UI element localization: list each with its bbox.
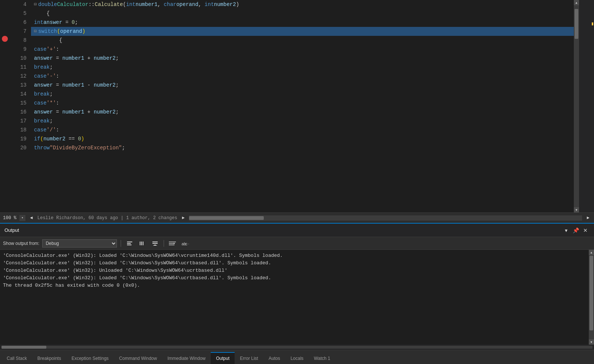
line-number-11: 11: [10, 63, 27, 72]
horizontal-scroll-thumb[interactable]: [189, 216, 264, 220]
svg-text:c→: c→: [185, 242, 189, 246]
minimap-highlight: [592, 22, 593, 25]
editor-area: 4567891011121314151617181920 ⊟double Cal…: [0, 0, 594, 223]
output-horizontal-scrollbar[interactable]: [0, 345, 594, 350]
bottom-tab-autos[interactable]: Autos: [263, 352, 285, 364]
line-number-6: 6: [10, 18, 27, 27]
output-scroll-up-btn[interactable]: ▲: [589, 250, 594, 255]
line-number-18: 18: [10, 125, 27, 134]
code-line-19: if (number2 == 0): [31, 134, 574, 143]
code-line-14: break;: [31, 90, 574, 99]
toolbar-separator-2: [164, 240, 164, 247]
output-h-scroll-thumb[interactable]: [1, 346, 46, 349]
bottom-tab-immediate-window[interactable]: Immediate Window: [162, 352, 211, 364]
editor-status-bar: 100 % ▾ ◄ Leslie Richardson, 60 days ago…: [0, 212, 594, 223]
code-line-15: case '*':: [31, 99, 574, 108]
code-line-11: break;: [31, 63, 574, 72]
move-btn[interactable]: [150, 239, 160, 248]
scroll-up-btn[interactable]: ▲: [574, 0, 579, 5]
output-vertical-scrollbar[interactable]: ▲ ▼: [589, 250, 594, 345]
output-h-scroll-track[interactable]: [1, 346, 593, 349]
vertical-scrollbar[interactable]: ▲ ▼: [574, 0, 579, 212]
output-panel: Output ▾ 📌 ✕ Show output from: Debug: [0, 223, 594, 350]
code-line-7: ⊟ switch (operand): [31, 27, 574, 36]
output-line-0: 'ConsoleCalculator.exe' (Win32): Loaded …: [3, 252, 586, 259]
line-number-13: 13: [10, 81, 27, 90]
bottom-tab-call-stack[interactable]: Call Stack: [1, 352, 32, 364]
svg-rect-2: [127, 245, 132, 245]
output-line-1: 'ConsoleCalculator.exe' (Win32): Loaded …: [3, 259, 586, 267]
output-scroll-thumb[interactable]: [590, 256, 593, 330]
line-numbers: 4567891011121314151617181920: [10, 0, 31, 212]
code-line-13: answer = number1 - number2;: [31, 81, 574, 90]
scroll-thumb[interactable]: [575, 9, 578, 39]
output-content: 'ConsoleCalculator.exe' (Win32): Loaded …: [0, 250, 589, 345]
code-line-9: case '+':: [31, 45, 574, 54]
code-line-18: case '/':: [31, 125, 574, 134]
output-collapse-btn[interactable]: ▾: [562, 226, 570, 234]
line-number-8: 8: [10, 36, 27, 45]
bottom-tab-breakpoints[interactable]: Breakpoints: [32, 352, 66, 364]
margin-gutter[interactable]: [0, 0, 10, 212]
zoom-dropdown[interactable]: ▾: [19, 215, 25, 221]
svg-rect-3: [140, 242, 140, 245]
line-number-9: 9: [10, 45, 27, 54]
line-number-16: 16: [10, 108, 27, 116]
bottom-tab-command-window[interactable]: Command Window: [114, 352, 162, 364]
scroll-down-btn[interactable]: ▼: [574, 207, 579, 212]
bottom-tab-locals[interactable]: Locals: [285, 352, 309, 364]
line-number-17: 17: [10, 116, 27, 125]
bottom-tab-output[interactable]: Output: [211, 352, 235, 364]
output-header: Output ▾ 📌 ✕: [0, 224, 594, 237]
output-text: 'ConsoleCalculator.exe' (Win32): Loaded …: [3, 252, 586, 342]
svg-rect-7: [152, 243, 158, 244]
code-line-12: case '-':: [31, 72, 574, 81]
code-line-5: {: [31, 9, 574, 18]
bottom-tab-watch-1[interactable]: Watch 1: [309, 352, 335, 364]
scroll-track[interactable]: [574, 5, 579, 207]
output-panel-title: Output: [4, 227, 19, 233]
line-number-12: 12: [10, 72, 27, 81]
output-scroll-track[interactable]: [589, 255, 594, 339]
output-line-4: The thread 0x2f5c has exited with code 0…: [3, 282, 586, 289]
svg-rect-4: [141, 242, 142, 245]
output-scroll-down-btn[interactable]: ▼: [589, 339, 594, 345]
bottom-tab-error-list[interactable]: Error List: [235, 352, 263, 364]
show-output-label: Show output from:: [3, 241, 39, 246]
nav-left-btn[interactable]: ◄: [28, 215, 34, 221]
code-content: ⊟double Calculator::Calculate(int number…: [31, 0, 574, 212]
output-body: 'ConsoleCalculator.exe' (Win32): Loaded …: [0, 250, 594, 345]
horizontal-scroll-track[interactable]: [189, 215, 582, 221]
nav-right-btn[interactable]: ►: [180, 215, 186, 221]
output-line-3: 'ConsoleCalculator.exe' (Win32): Loaded …: [3, 274, 586, 282]
go-to-line-btn[interactable]: [125, 239, 134, 248]
author-info: Leslie Richardson, 60 days ago | 1 autho…: [37, 215, 177, 221]
svg-rect-1: [127, 243, 131, 244]
scroll-right-btn[interactable]: ►: [585, 215, 591, 221]
clear-btn[interactable]: ab c→: [180, 239, 190, 248]
code-container: 4567891011121314151617181920 ⊟double Cal…: [0, 0, 594, 212]
word-wrap-btn[interactable]: [168, 239, 177, 248]
bottom-tab-exception-settings[interactable]: Exception Settings: [66, 352, 114, 364]
code-line-6: int answer = 0;: [31, 18, 574, 27]
breakpoint-indicator[interactable]: [2, 36, 8, 42]
code-line-17: break;: [31, 116, 574, 125]
output-pin-btn[interactable]: 📌: [572, 226, 580, 234]
code-line-4: ⊟double Calculator::Calculate(int number…: [31, 0, 574, 9]
line-number-15: 15: [10, 99, 27, 108]
line-number-14: 14: [10, 90, 27, 99]
zoom-level: 100 %: [3, 215, 16, 221]
go-to-col-btn[interactable]: [137, 239, 147, 248]
output-header-controls: ▾ 📌 ✕: [562, 226, 590, 234]
toolbar-separator-1: [121, 240, 121, 247]
minimap: [579, 0, 594, 212]
svg-marker-8: [153, 245, 157, 246]
output-source-select[interactable]: Debug: [42, 239, 117, 248]
output-close-btn[interactable]: ✕: [581, 226, 590, 234]
line-number-19: 19: [10, 134, 27, 143]
line-number-7: 7: [10, 27, 27, 36]
code-line-20: throw "DivideByZeroException";: [31, 143, 574, 152]
code-lines: ⊟double Calculator::Calculate(int number…: [31, 0, 574, 152]
bottom-tab-bar: Call StackBreakpointsException SettingsC…: [0, 350, 594, 364]
svg-rect-5: [143, 242, 143, 245]
